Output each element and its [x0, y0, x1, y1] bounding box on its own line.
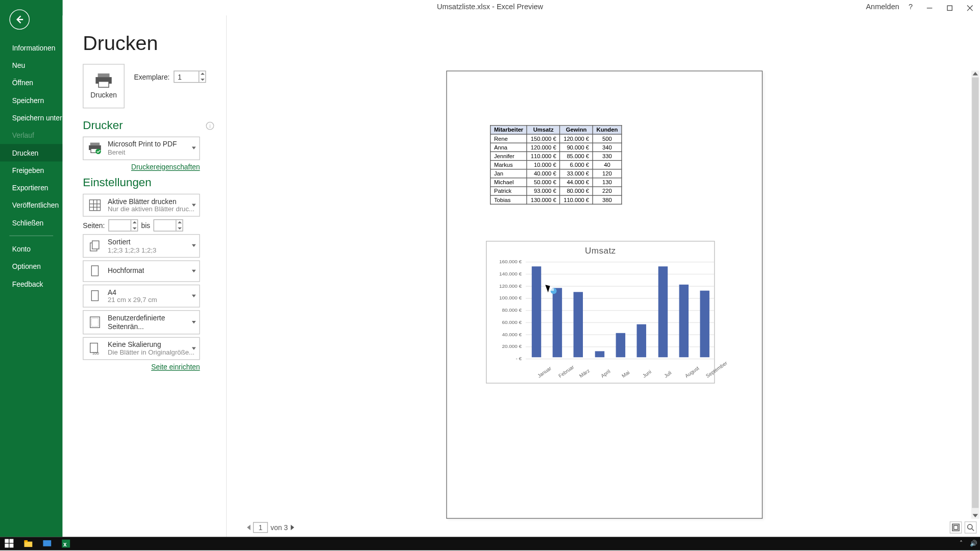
sidebar-item-optionen[interactable]: Optionen: [0, 258, 63, 275]
show-margins-button[interactable]: [950, 521, 962, 534]
printer-name: Microsoft Print to PDF: [108, 140, 177, 148]
chart-x-tick: Februar: [557, 364, 575, 379]
sidebar-item-öffnen[interactable]: Öffnen: [0, 74, 63, 91]
minimize-button[interactable]: [919, 0, 940, 15]
print-button-label: Drucken: [90, 91, 117, 99]
chart-x-tick: Januar: [536, 365, 553, 379]
chart-bar: [679, 285, 689, 357]
svg-rect-8: [90, 143, 100, 145]
print-what-label: Aktive Blätter drucken: [108, 197, 194, 206]
backstage-sidebar: InformationenNeuÖffnenSpeichernSpeichern…: [0, 0, 63, 537]
portrait-icon: [87, 264, 102, 279]
orientation-select[interactable]: Hochformat: [83, 260, 200, 282]
app-taskbar-icon[interactable]: [38, 537, 57, 550]
preview-scrollbar[interactable]: [971, 70, 979, 518]
start-button[interactable]: [0, 537, 19, 550]
prev-page-button[interactable]: [247, 525, 251, 531]
sidebar-item-feedback[interactable]: Feedback: [0, 275, 63, 292]
tray-chevron-icon[interactable]: ˄: [960, 540, 963, 547]
chart-y-tick: 120.000 €: [499, 283, 522, 289]
chart-x-tick: Juli: [663, 370, 672, 379]
chart-y-tick: 40.000 €: [502, 331, 522, 337]
sidebar-item-neu[interactable]: Neu: [0, 57, 63, 74]
collate-icon: [87, 238, 102, 253]
chart-bar: [637, 324, 646, 357]
print-what-select[interactable]: Aktive Blätter druckenNur die aktiven Bl…: [83, 193, 200, 217]
tray-volume-icon[interactable]: 🔊: [970, 540, 977, 547]
preview-chart: Umsatz 160.000 €140.000 €120.000 €100.00…: [486, 241, 715, 384]
chart-y-tick: 140.000 €: [499, 271, 522, 277]
cursor-busy-icon: [547, 284, 553, 293]
paper-sub: 21 cm x 29,7 cm: [108, 296, 157, 305]
sidebar-item-schließen[interactable]: Schließen: [0, 214, 63, 231]
chart-x-tick: Juni: [642, 369, 653, 379]
sign-in-link[interactable]: Anmelden: [866, 3, 899, 11]
margins-label: Benutzerdefinierte Seitenrän...: [108, 314, 195, 331]
sidebar-item-speichern[interactable]: Speichern: [0, 91, 63, 109]
paper-icon: [87, 289, 102, 304]
chart-bar: [658, 266, 667, 357]
table-row: Markus10.000 €6.000 €40: [491, 161, 622, 169]
current-page-input[interactable]: 1: [253, 522, 268, 533]
paper-label: A4: [108, 288, 157, 296]
scaling-icon: 100: [87, 341, 102, 356]
printer-info-icon[interactable]: i: [206, 122, 214, 130]
printer-select[interactable]: Microsoft Print to PDFBereit: [83, 137, 200, 160]
printer-properties-link[interactable]: Druckereigenschaften: [83, 163, 200, 171]
zoom-to-page-button[interactable]: [965, 521, 977, 534]
sidebar-item-freigeben[interactable]: Freigeben: [0, 161, 63, 179]
page-navigator: 1 von 3: [247, 522, 294, 533]
collate-select[interactable]: Sortiert1;2;3 1;2;3 1;2;3: [83, 234, 200, 258]
sidebar-item-konto[interactable]: Konto: [0, 240, 63, 258]
preview-table: MitarbeiterUmsatzGewinnKundenRene150.000…: [490, 125, 622, 205]
svg-text:100: 100: [92, 351, 100, 355]
page-heading: Drucken: [83, 32, 214, 55]
table-row: Jennifer110.000 €85.000 €330: [491, 152, 622, 160]
sheets-icon: [87, 198, 102, 213]
close-button[interactable]: [960, 0, 980, 15]
chart-x-tick: September: [705, 360, 728, 379]
print-button[interactable]: Drucken: [83, 64, 125, 108]
table-header: Umsatz: [527, 126, 560, 134]
table-row: Michael50.000 €44.000 €130: [491, 178, 622, 187]
copies-label: Exemplare:: [134, 72, 169, 81]
svg-rect-29: [5, 539, 9, 543]
sidebar-item-informationen[interactable]: Informationen: [0, 39, 63, 56]
svg-rect-35: [43, 540, 51, 546]
pages-to-label: bis: [141, 221, 151, 230]
svg-rect-30: [9, 539, 13, 543]
back-button[interactable]: [9, 9, 30, 30]
maximize-button[interactable]: [940, 0, 960, 15]
chart-bar: [531, 266, 541, 357]
chart-title: Umsatz: [486, 245, 714, 256]
svg-rect-34: [24, 540, 28, 542]
paper-size-select[interactable]: A421 cm x 29,7 cm: [83, 285, 200, 308]
next-page-button[interactable]: [290, 525, 294, 531]
svg-rect-33: [24, 542, 32, 547]
margins-select[interactable]: Benutzerdefinierte Seitenrän...: [83, 310, 200, 334]
sidebar-item-exportieren[interactable]: Exportieren: [0, 179, 63, 196]
copies-spinner[interactable]: 1: [174, 70, 206, 83]
sidebar-item-drucken[interactable]: Drucken: [0, 144, 63, 161]
chart-bar: [574, 292, 583, 357]
margins-icon: [87, 315, 102, 330]
table-header: Kunden: [593, 126, 621, 134]
chart-x-tick: April: [600, 368, 611, 379]
table-row: Tobias130.000 €110.000 €380: [491, 195, 622, 204]
taskbar: x ˄ 🔊: [0, 537, 980, 550]
svg-rect-1: [947, 6, 952, 10]
orientation-label: Hochformat: [108, 267, 144, 276]
pages-to-spinner[interactable]: [154, 219, 183, 232]
chart-bar: [553, 288, 562, 357]
sidebar-item-veröffentlichen[interactable]: Veröffentlichen: [0, 196, 63, 214]
pages-from-spinner[interactable]: [108, 219, 138, 232]
page-setup-link[interactable]: Seite einrichten: [83, 363, 200, 371]
file-explorer-taskbar-icon[interactable]: [19, 537, 38, 550]
svg-rect-26: [954, 525, 958, 530]
svg-rect-5: [98, 73, 110, 77]
sidebar-item-speichern-unter[interactable]: Speichern unter: [0, 109, 63, 127]
help-button[interactable]: ?: [909, 3, 913, 11]
excel-taskbar-icon[interactable]: x: [57, 537, 76, 550]
scaling-select[interactable]: 100 Keine SkalierungDie Blätter in Origi…: [83, 337, 200, 360]
chart-y-tick: - €: [516, 356, 522, 362]
